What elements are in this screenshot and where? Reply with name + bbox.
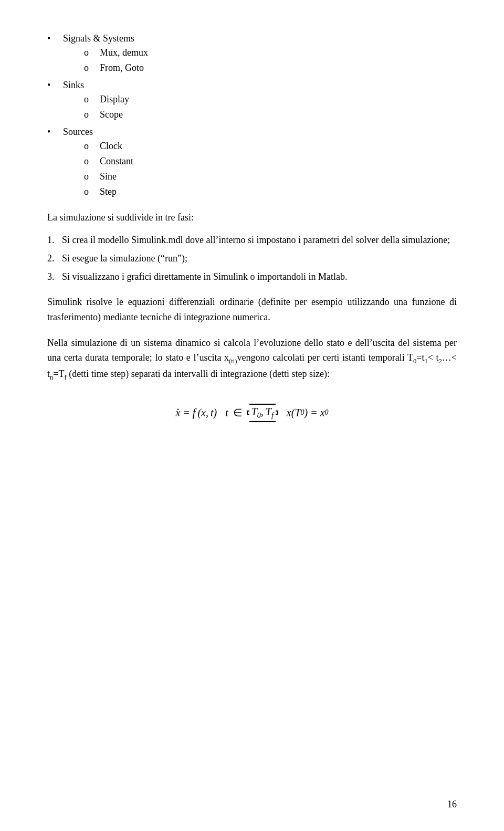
bullet-symbol-sources: • (47, 125, 63, 139)
formula-paren-open: ( (195, 407, 201, 419)
step-2: 2. Si esegue la simulazione (“run”); (47, 251, 457, 266)
list-item-mux: o Mux, demux (84, 46, 148, 60)
intro-text: La simulazione si suddivide in tre fasi: (47, 211, 457, 225)
formula-lhs: x = f (x, t) (175, 407, 217, 419)
page: • Signals & Systems o Mux, demux o From,… (0, 0, 504, 831)
sinks-sublist: o Display o Scope (84, 92, 129, 122)
signals-systems-sublist: o Mux, demux o From, Goto (84, 46, 148, 75)
bullet-symbol-sinks: • (47, 78, 63, 92)
list-item-sine: o Sine (84, 170, 133, 184)
step-2-text: Si esegue la simulazione (“run”); (62, 251, 187, 266)
display-label: Display (100, 92, 129, 107)
sources-sublist: o Clock o Constant o Sine o Step (84, 139, 133, 199)
list-item-display: o Display (84, 92, 129, 107)
from-goto-label: From, Goto (100, 61, 144, 75)
numbered-steps: 1. Si crea il modello Simulink.mdl dove … (47, 233, 457, 284)
sources-label: Sources (63, 127, 93, 137)
x-dot: x (175, 407, 180, 419)
formula-interval: t ∈ T0, Tf (225, 404, 278, 422)
paragraph-1: Simulink risolve le equazioni differenzi… (47, 294, 457, 325)
step-label: Step (100, 185, 117, 199)
formula-paren-close: ) (213, 407, 217, 419)
sine-label: Sine (100, 170, 117, 184)
bracket-content: T0, Tf (249, 404, 276, 422)
bullet-symbol: • (47, 31, 63, 46)
paragraph-2: Nella simulazione di un sistema dinamico… (47, 335, 457, 383)
page-number: 16 (447, 799, 457, 810)
sinks-label: Sinks (63, 80, 84, 90)
list-item-clock: o Clock (84, 139, 133, 153)
list-item-sinks: • Sinks o Display o Scope (47, 78, 457, 123)
mux-label: Mux, demux (100, 46, 148, 60)
formula-inner: x = f (x, t) t ∈ T0, Tf x(T0) = x0 (175, 404, 328, 422)
formula-block: x = f (x, t) t ∈ T0, Tf x(T0) = x0 (47, 404, 457, 422)
clock-label: Clock (100, 139, 122, 153)
step-2-num: 2. (47, 251, 62, 266)
step-1-num: 1. (47, 233, 62, 247)
step-3-text: Si visualizzano i grafici direttamente i… (62, 270, 347, 284)
list-item-sources: • Sources o Clock o Constant o Sine (47, 125, 457, 200)
list-item-from-goto: o From, Goto (84, 61, 148, 75)
list-item-constant: o Constant (84, 154, 133, 169)
constant-label: Constant (100, 154, 133, 169)
signals-systems-label: Signals & Systems (63, 33, 134, 44)
formula-rhs: x(T0) = x0 (287, 407, 329, 419)
scope-label: Scope (100, 108, 123, 122)
list-item-scope: o Scope (84, 108, 129, 122)
bracket-right (276, 411, 278, 415)
belongs-to-symbol: ∈ (233, 406, 242, 419)
step-1-text: Si crea il modello Simulink.mdl dove all… (62, 233, 450, 247)
main-bullet-list: • Signals & Systems o Mux, demux o From,… (47, 31, 457, 200)
step-1: 1. Si crea il modello Simulink.mdl dove … (47, 233, 457, 247)
step-3-num: 3. (47, 270, 62, 284)
step-3: 3. Si visualizzano i grafici direttament… (47, 270, 457, 284)
list-item-signals-systems: • Signals & Systems o Mux, demux o From,… (47, 31, 457, 76)
list-item-step: o Step (84, 185, 133, 199)
